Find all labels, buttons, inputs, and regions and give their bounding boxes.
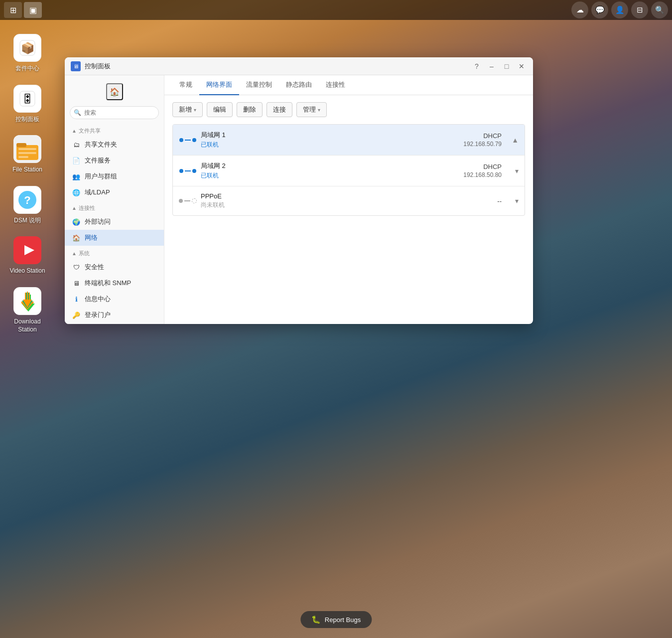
dsm-label: DSM 说明 (14, 217, 41, 225)
lan2-name: 局域网 2 (201, 161, 463, 170)
filestation-label: File Station (12, 166, 42, 174)
delete-button[interactable]: 删除 (237, 102, 263, 117)
lan1-status: 已联机 (201, 141, 463, 149)
package-icon: 📦 (13, 34, 41, 62)
lan2-ip: 192.168.50.80 (463, 171, 502, 178)
downloadstation-icon (13, 287, 41, 315)
svg-rect-6 (16, 143, 26, 147)
search-box: 🔍 (70, 106, 159, 119)
login-icon: 🔑 (72, 311, 81, 319)
sidebar-item-domain[interactable]: 🌐 域/LDAP (65, 184, 164, 200)
taskbar-left: ⊞ ▣ (4, 2, 42, 18)
connect-button[interactable]: 连接 (267, 102, 292, 117)
tab-bar: 常规 网络界面 流量控制 静态路由 连接性 (164, 75, 533, 95)
pppoe-expand-icon[interactable]: ▾ (515, 197, 519, 205)
main-content: 常规 网络界面 流量控制 静态路由 连接性 新增 ▾ 编辑 (164, 75, 533, 324)
svg-rect-8 (18, 152, 36, 154)
lan1-expand-icon[interactable]: ▲ (512, 136, 519, 144)
report-bugs-bar[interactable]: 🐛 Report Bugs (300, 611, 372, 628)
sidebar-item-file-service[interactable]: 📄 文件服务 (65, 153, 164, 168)
desktop-icon-control[interactable]: 🎛 控制面板 (2, 81, 52, 128)
tab-connectivity[interactable]: 连接性 (319, 75, 352, 95)
sidebar-item-security[interactable]: 🛡 安全性 (65, 259, 164, 275)
sidebar-item-terminal-snmp[interactable]: 🖥 终端机和 SNMP (65, 275, 164, 291)
sidebar-item-network[interactable]: 🏠 网络 (65, 230, 164, 246)
svg-rect-9 (18, 156, 28, 158)
search-icon[interactable]: 🔍 (651, 1, 668, 18)
desktop-icon-videostation[interactable]: Video Station (2, 232, 52, 279)
bug-icon: 🐛 (311, 615, 321, 624)
lan1-connection-icon (181, 133, 195, 147)
network-list: 局域网 1 已联机 DHCP 192.168.50.79 ▲ (172, 124, 525, 216)
minimize-button[interactable]: – (486, 61, 497, 72)
maximize-button[interactable]: □ (501, 61, 512, 72)
videostation-label: Video Station (9, 267, 45, 275)
lan2-right: DHCP 192.168.50.80 (463, 163, 502, 178)
sidebar-item-login-portal[interactable]: 🔑 登录门户 (65, 307, 164, 323)
control-panel-window: 🖥 控制面板 ? – □ ✕ 🏠 🔍 ▲ 文件共享 🗂 (65, 57, 533, 324)
lan2-expand-icon[interactable]: ▾ (515, 167, 519, 175)
window-titlebar: 🖥 控制面板 ? – □ ✕ (65, 57, 533, 75)
sidebar-item-shared-folder[interactable]: 🗂 共享文件夹 (65, 137, 164, 153)
window-controls: ? – □ ✕ (471, 61, 527, 72)
lan2-connection-icon (181, 164, 195, 178)
tab-general[interactable]: 常规 (172, 75, 199, 95)
desktop-icon-package[interactable]: 📦 套件中心 (2, 30, 52, 77)
svg-text:📦: 📦 (21, 41, 35, 55)
package-label: 套件中心 (15, 65, 39, 73)
lan2-type: DHCP (483, 163, 502, 170)
sidebar-item-external-access[interactable]: 🌍 外部访问 (65, 214, 164, 230)
domain-icon: 🌐 (72, 188, 81, 197)
svg-marker-12 (24, 245, 34, 255)
help-button[interactable]: ? (471, 61, 482, 72)
window-body: 🏠 🔍 ▲ 文件共享 🗂 共享文件夹 📄 文件服务 👥 用户与群组 (65, 75, 533, 324)
desktop-icon-filestation[interactable]: File Station (2, 131, 52, 178)
sidebar-home-button[interactable]: 🏠 (106, 83, 123, 100)
terminal-icon: 🖥 (72, 279, 81, 288)
pppoe-right: -- (497, 197, 502, 205)
lan2-status: 已联机 (201, 171, 463, 180)
network-icon: 🏠 (72, 233, 81, 242)
tab-traffic[interactable]: 流量控制 (239, 75, 279, 95)
filestation-icon (13, 135, 41, 163)
videostation-icon (13, 236, 41, 264)
pppoe-connection-icon (181, 194, 195, 208)
manage-button[interactable]: 管理 ▾ (296, 102, 327, 117)
file-service-icon: 📄 (72, 156, 81, 165)
sidebar: 🏠 🔍 ▲ 文件共享 🗂 共享文件夹 📄 文件服务 👥 用户与群组 (65, 75, 164, 324)
content-area: 新增 ▾ 编辑 删除 连接 管理 ▾ (164, 95, 533, 324)
taskbar-right: ☁ 💬 👤 ⊟ 🔍 (571, 1, 668, 18)
window-manager-icon[interactable]: ⊟ (631, 1, 648, 18)
section-connectivity: ▲ 连接性 (65, 200, 164, 214)
edit-button[interactable]: 编辑 (207, 102, 233, 117)
desktop-icons: 📦 套件中心 🎛 控制面板 File Station (0, 20, 55, 341)
sidebar-item-user-group[interactable]: 👥 用户与群组 (65, 168, 164, 184)
taskbar-grid-btn[interactable]: ⊞ (4, 2, 22, 18)
new-button[interactable]: 新增 ▾ (172, 102, 203, 117)
pppoe-name: PPPoE (201, 192, 497, 200)
chat-icon[interactable]: 💬 (591, 1, 608, 18)
desktop-icon-dsm[interactable]: ? DSM 说明 (2, 182, 52, 229)
taskbar-window-btn[interactable]: ▣ (24, 2, 42, 18)
lan1-ip: 192.168.50.79 (463, 141, 502, 148)
lan1-info: 局域网 1 已联机 (201, 131, 463, 149)
pppoe-info: PPPoE 尚未联机 (201, 192, 497, 209)
lan1-type: DHCP (483, 132, 502, 140)
search-input[interactable] (70, 106, 159, 119)
user-icon[interactable]: 👤 (611, 1, 628, 18)
network-row-lan2[interactable]: 局域网 2 已联机 DHCP 192.168.50.80 ▾ (173, 156, 525, 186)
window-title: 控制面板 (85, 62, 471, 71)
dsm-icon: ? (13, 186, 41, 214)
desktop-icon-downloadstation[interactable]: Download Station (2, 283, 52, 337)
network-row-lan1[interactable]: 局域网 1 已联机 DHCP 192.168.50.79 ▲ (173, 125, 525, 156)
tab-network[interactable]: 网络界面 (199, 75, 239, 95)
tab-static-route[interactable]: 静态路由 (279, 75, 319, 95)
pppoe-type: -- (497, 197, 502, 205)
external-access-icon: 🌍 (72, 217, 81, 226)
sidebar-item-info-center[interactable]: ℹ 信息中心 (65, 291, 164, 307)
section-file-sharing: ▲ 文件共享 (65, 123, 164, 137)
window-icon: 🖥 (71, 61, 81, 71)
network-row-pppoe[interactable]: PPPoE 尚未联机 -- ▾ (173, 186, 525, 215)
cloud-icon[interactable]: ☁ (571, 1, 588, 18)
close-button[interactable]: ✕ (516, 61, 527, 72)
